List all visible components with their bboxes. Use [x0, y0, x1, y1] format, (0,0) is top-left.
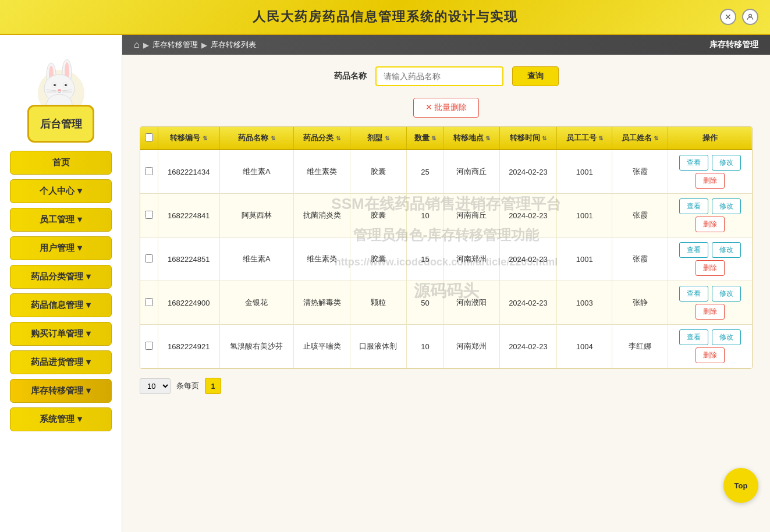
edit-button-2[interactable]: 修改 — [712, 242, 741, 258]
sidebar-item-user[interactable]: 用户管理 ▾ — [10, 236, 112, 260]
sidebar: 后台管理 首页 个人中心 ▾ 员工管理 ▾ 用户管理 ▾ 药品分类管理 ▾ — [0, 35, 122, 532]
batch-bar: ✕ 批量删除 — [140, 98, 753, 118]
cell-drug-name: 维生素A — [219, 150, 294, 194]
sidebar-item-home[interactable]: 首页 — [10, 151, 112, 175]
cell-actions: 查看 修改 删除 — [668, 237, 752, 281]
window-controls: ✕ — [720, 9, 758, 25]
content-area: ⌂ ▶ 库存转移管理 ▶ 库存转移列表 库存转移管理 药品名称 查询 — [122, 35, 770, 532]
svg-point-10 — [65, 84, 67, 86]
cell-location: 河南商丘 — [444, 194, 499, 237]
cell-drug-name: 氢溴酸右美沙芬 — [219, 325, 294, 368]
sidebar-item-drug-info[interactable]: 药品信息管理 ▾ — [10, 293, 112, 317]
breadcrumb-right-label: 库存转移管理 — [709, 40, 758, 50]
row-checkbox-2[interactable] — [145, 254, 153, 263]
pagination-bar: 10 20 50 条每页 1 — [140, 378, 753, 394]
cell-employee-id: 1004 — [557, 325, 612, 368]
view-button-3[interactable]: 查看 — [679, 286, 708, 302]
sidebar-item-profile[interactable]: 个人中心 ▾ — [10, 179, 112, 203]
table-body: 1682221434 维生素A 维生素类 胶囊 25 河南商丘 2024-02-… — [140, 150, 752, 368]
sidebar-item-system[interactable]: 系统管理 ▾ — [10, 407, 112, 431]
search-button[interactable]: 查询 — [512, 66, 559, 86]
table-wrapper: SSM在线药品销售进销存管理平台 管理员角色-库存转移管理功能 https://… — [140, 126, 753, 369]
cell-actions: 查看 修改 删除 — [668, 325, 752, 368]
table-row: 1682224841 阿莫西林 抗菌消炎类 胶囊 10 河南商丘 2024-02… — [140, 194, 752, 237]
page-1-button[interactable]: 1 — [205, 378, 221, 394]
cell-drug-name: 金银花 — [219, 281, 294, 325]
table-row: 1682221434 维生素A 维生素类 胶囊 25 河南商丘 2024-02-… — [140, 150, 752, 194]
cell-transfer-time: 2024-02-23 — [499, 150, 557, 194]
breadcrumb-home-icon[interactable]: ⌂ — [134, 40, 140, 50]
sidebar-item-employee[interactable]: 员工管理 ▾ — [10, 208, 112, 232]
user-button[interactable] — [742, 9, 758, 25]
cell-employee-id: 1003 — [557, 281, 612, 325]
sidebar-item-drug-purchase[interactable]: 药品进货管理 ▾ — [10, 350, 112, 374]
cell-actions: 查看 修改 删除 — [668, 150, 752, 194]
select-all-checkbox[interactable] — [145, 133, 153, 141]
sidebar-item-inventory-transfer[interactable]: 库存转移管理 ▾ — [10, 379, 112, 403]
back-to-top-button[interactable]: Top — [723, 468, 758, 503]
cell-actions: 查看 修改 删除 — [668, 281, 752, 325]
cell-drug-name: 维生素A — [219, 237, 294, 281]
cell-dosage-form: 胶囊 — [350, 194, 406, 237]
svg-point-0 — [749, 14, 752, 17]
view-button-1[interactable]: 查看 — [679, 198, 708, 214]
row-checkbox-0[interactable] — [145, 167, 153, 175]
page-size-select[interactable]: 10 20 50 — [140, 378, 171, 394]
row-checkbox-1[interactable] — [145, 211, 153, 219]
cell-employee-name: 张霞 — [612, 150, 668, 194]
backend-admin-label: 后台管理 — [27, 105, 94, 143]
cell-category: 止咳平喘类 — [294, 325, 350, 368]
header-dosage-form: 剂型 ⇅ — [350, 127, 406, 150]
main-content: 药品名称 查询 ✕ 批量删除 SSM在线药品销售进销存管理平台 管理员角色-库存… — [122, 55, 770, 532]
row-checkbox-cell — [140, 194, 158, 237]
view-button-0[interactable]: 查看 — [679, 155, 708, 171]
cell-quantity: 50 — [406, 281, 444, 325]
row-checkbox-cell — [140, 237, 158, 281]
breadcrumb-item-1[interactable]: 库存转移管理 — [152, 40, 198, 50]
edit-button-1[interactable]: 修改 — [712, 198, 741, 214]
delete-button-2[interactable]: 删除 — [696, 260, 725, 276]
cell-dosage-form: 颗粒 — [350, 281, 406, 325]
sidebar-item-purchase-order[interactable]: 购买订单管理 ▾ — [10, 322, 112, 346]
cell-transfer-id: 1682224900 — [158, 281, 220, 325]
close-button[interactable]: ✕ — [720, 9, 736, 25]
header-actions: 操作 — [668, 127, 752, 150]
sidebar-item-drug-category[interactable]: 药品分类管理 ▾ — [10, 265, 112, 289]
svg-point-11 — [54, 84, 55, 85]
search-label: 药品名称 — [334, 71, 367, 81]
edit-button-0[interactable]: 修改 — [712, 155, 741, 171]
delete-button-1[interactable]: 删除 — [696, 217, 725, 232]
cell-employee-name: 李红娜 — [612, 325, 668, 368]
per-page-label: 条每页 — [176, 381, 199, 391]
cell-location: 河南商丘 — [444, 150, 499, 194]
cell-category: 抗菌消炎类 — [294, 194, 350, 237]
row-checkbox-3[interactable] — [145, 298, 153, 306]
delete-button-3[interactable]: 删除 — [696, 304, 725, 320]
breadcrumb-sep-1: ▶ — [143, 41, 149, 49]
cell-dosage-form: 口服液体剂 — [350, 325, 406, 368]
search-input[interactable] — [375, 66, 503, 86]
cell-category: 维生素类 — [294, 237, 350, 281]
delete-button-0[interactable]: 删除 — [696, 173, 725, 189]
cell-quantity: 10 — [406, 325, 444, 368]
header-employee-name: 员工姓名 ⇅ — [612, 127, 668, 150]
delete-button-4[interactable]: 删除 — [696, 347, 725, 363]
breadcrumb-item-2: 库存转移列表 — [211, 40, 256, 50]
cell-dosage-form: 胶囊 — [350, 150, 406, 194]
batch-delete-button[interactable]: ✕ 批量删除 — [413, 98, 480, 118]
cell-transfer-id: 1682224841 — [158, 194, 220, 237]
header-employee-id: 员工工号 ⇅ — [557, 127, 612, 150]
title-bar: 人民大药房药品信息管理系统的设计与实现 ✕ — [0, 0, 770, 35]
header-transfer-time: 转移时间 ⇅ — [499, 127, 557, 150]
edit-button-4[interactable]: 修改 — [712, 329, 741, 345]
svg-point-9 — [54, 84, 56, 86]
table-header: 转移编号 ⇅ 药品名称 ⇅ 药品分类 ⇅ 剂型 ⇅ 数量 ⇅ 转移地点 ⇅ 转移… — [140, 127, 752, 150]
header-transfer-id: 转移编号 ⇅ — [158, 127, 220, 150]
view-button-4[interactable]: 查看 — [679, 329, 708, 345]
svg-point-13 — [58, 89, 61, 91]
edit-button-3[interactable]: 修改 — [712, 286, 741, 302]
row-checkbox-4[interactable] — [145, 342, 153, 350]
data-table-container: 转移编号 ⇅ 药品名称 ⇅ 药品分类 ⇅ 剂型 ⇅ 数量 ⇅ 转移地点 ⇅ 转移… — [140, 126, 753, 369]
svg-point-12 — [65, 84, 66, 85]
view-button-2[interactable]: 查看 — [679, 242, 708, 258]
